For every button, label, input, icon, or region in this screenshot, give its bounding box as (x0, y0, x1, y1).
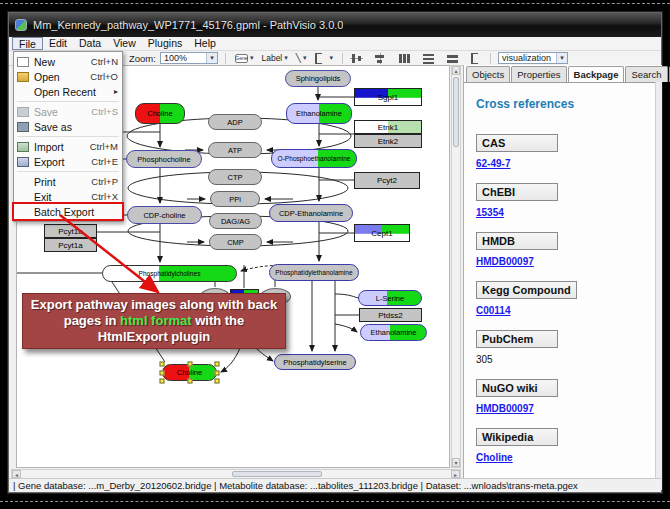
pathway-node-phosphatidylethanolamine[interactable]: Phosphatidylethanolamine (269, 264, 359, 281)
tab-search[interactable]: Search (625, 66, 667, 82)
scroll-down-icon[interactable]: ▾ (452, 458, 460, 467)
selection-handle[interactable] (160, 379, 165, 384)
stack-vertical-icon[interactable] (446, 53, 459, 64)
pathway-node-ppi[interactable]: PPi (210, 191, 260, 207)
pathway-node-cdp-choline[interactable]: CDP-choline (127, 206, 202, 224)
xref-link[interactable]: 62-49-7 (476, 158, 655, 169)
pathway-node-etnk1[interactable]: Etnk1 (354, 120, 422, 134)
selection-handle[interactable] (215, 370, 220, 375)
selection-handle[interactable] (160, 362, 165, 367)
menu-view[interactable]: View (107, 37, 142, 50)
menu-item-label: Batch Export (34, 206, 112, 218)
tab-properties[interactable]: Properties (511, 66, 566, 82)
file-menu-item-print[interactable]: PrintCtrl+P (14, 174, 122, 189)
pathway-node-sgpl1[interactable]: Sgpl1 (354, 88, 422, 106)
connector-tool-button[interactable]: ▾ (312, 52, 335, 64)
file-menu-item-new[interactable]: NewCtrl+N (14, 54, 122, 69)
menu-data[interactable]: Data (73, 37, 107, 50)
pathway-node-cmp[interactable]: CMP (209, 234, 262, 250)
backpage-panel[interactable]: Cross references CAS62-49-7ChEBI15354HMD… (464, 82, 655, 490)
tab-objects[interactable]: Objects (466, 66, 510, 82)
pathway-node-choline[interactable]: Choline (135, 103, 185, 124)
pathway-node-pcyt1b[interactable]: Pcyt1b (44, 224, 97, 238)
file-menu-item-save[interactable]: SaveCtrl+S (14, 104, 122, 119)
file-menu-item-export[interactable]: ExportCtrl+E (14, 154, 122, 169)
xref-link[interactable]: HMDB00097 (476, 403, 655, 414)
menu-shortcut: Ctrl+O (90, 71, 118, 82)
menu-item-label: Exit (34, 191, 85, 203)
xref-section-title: PubChem (476, 330, 558, 348)
xref-section-hmdb: HMDBHMDB00097 (476, 231, 655, 267)
horizontal-scroll-thumb[interactable] (232, 471, 322, 477)
line-tool-button[interactable]: ╲ ▾ (294, 52, 309, 64)
menu-item-label: Export (34, 156, 85, 168)
pathway-node-phosphocholine[interactable]: Phosphocholine (126, 150, 202, 168)
scroll-right-icon[interactable]: ▸ (451, 470, 460, 478)
selection-handle[interactable] (215, 379, 220, 384)
file-menu-item-batch-export[interactable]: Batch Export (14, 204, 122, 219)
pathway-node-o-phosphoethanolamine[interactable]: O-Phosphoethanolamine (271, 149, 357, 168)
file-menu-item-open[interactable]: OpenCtrl+O (14, 69, 122, 84)
align-middle-icon[interactable] (374, 53, 387, 64)
zoom-combobox[interactable]: 100% ▾ (160, 52, 218, 64)
screenshot-stage: Mm_Kennedy_pathway_WP1771_45176.gpml - P… (0, 0, 670, 509)
xref-link[interactable]: 15354 (476, 207, 655, 218)
vertical-scroll-thumb[interactable] (453, 77, 459, 147)
selection-handle[interactable] (187, 362, 192, 367)
visualization-combobox[interactable]: visualization ▾ (498, 52, 568, 64)
chevron-down-icon[interactable]: ▾ (206, 53, 217, 63)
file-menu-item-save-as[interactable]: Save as (14, 119, 122, 134)
pathway-node-sphingolipids[interactable]: Sphingolipids (285, 70, 351, 87)
pathway-node-ctp[interactable]: CTP (208, 169, 262, 185)
selection-handle[interactable] (160, 370, 165, 375)
window-title: Mm_Kennedy_pathway_WP1771_45176.gpml - P… (33, 19, 343, 31)
menu-icon-spacer (17, 87, 29, 97)
align-center-icon[interactable] (350, 53, 363, 64)
xref-section-title: HMDB (476, 232, 558, 250)
menu-shortcut: Ctrl+E (91, 156, 118, 167)
pathway-node-cdp-ethanolamine[interactable]: CDP-Ethanolamine (269, 204, 353, 222)
pathway-node-l-serine[interactable]: L-Serine (358, 290, 422, 306)
canvas-vertical-scrollbar[interactable]: ▴ ▾ (451, 65, 461, 468)
pathway-node-adp[interactable]: ADP (208, 114, 262, 130)
pathway-node-pcyt2[interactable]: Pcyt2 (354, 172, 420, 189)
chevron-down-icon[interactable]: ▾ (556, 53, 567, 63)
pathway-node-atp[interactable]: ATP (208, 142, 262, 158)
align-edge-icon[interactable] (470, 53, 483, 64)
scroll-left-icon[interactable]: ◂ (12, 470, 21, 478)
menu-help[interactable]: Help (188, 37, 222, 50)
distribute-horizontal-icon[interactable] (398, 53, 411, 64)
selection-handle[interactable] (187, 379, 192, 384)
gene-tool-button[interactable]: Gene ▾ (233, 52, 256, 64)
xref-section-nugo-wiki: NuGO wikiHMDB00097 (476, 378, 655, 414)
panel-vertical-scrollbar[interactable] (655, 82, 662, 490)
pathway-node-cept1[interactable]: Cept1 (354, 224, 410, 242)
file-menu: NewCtrl+NOpenCtrl+OOpen Recent▸SaveCtrl+… (13, 51, 123, 222)
pathway-node-ethanolamine[interactable]: Ethanolamine (286, 103, 352, 124)
pathway-node-etnk2[interactable]: Etnk2 (354, 134, 422, 148)
tab-backpage[interactable]: Backpage (568, 66, 625, 82)
pathway-node-phosphatidylcholines[interactable]: Phosphatidylcholines (102, 265, 237, 282)
file-menu-item-open-recent[interactable]: Open Recent▸ (14, 84, 122, 99)
pathway-node-ptdss2[interactable]: Ptdss2 (359, 308, 422, 322)
xref-link[interactable]: HMDB00097 (476, 256, 655, 267)
menu-edit[interactable]: Edit (43, 37, 73, 50)
selection-handle[interactable] (215, 362, 220, 367)
xref-value: 305 (476, 354, 655, 365)
pathway-node-phosphatidylserine[interactable]: Phosphatidylserine (274, 354, 356, 370)
pathway-node-ethanolamine[interactable]: Ethanolamine (360, 324, 427, 341)
xref-link[interactable]: Choline (476, 452, 655, 463)
slide-border-artifact-bottom (0, 501, 670, 502)
label-tool-button[interactable]: Label ▾ (259, 52, 289, 64)
pathway-node-dag-ag[interactable]: DAG/AG (209, 213, 262, 229)
file-menu-item-import[interactable]: ImportCtrl+M (14, 139, 122, 154)
menu-plugins[interactable]: Plugins (142, 37, 188, 50)
menu-item-label: Open (34, 71, 84, 83)
distribute-vertical-icon[interactable] (422, 53, 435, 64)
menu-file[interactable]: File (12, 37, 43, 50)
file-menu-item-exit[interactable]: ExitCtrl+X (14, 189, 122, 204)
scroll-up-icon[interactable]: ▴ (452, 66, 460, 75)
xref-link[interactable]: C00114 (476, 305, 655, 316)
pathway-node-pcyt1a[interactable]: Pcyt1a (44, 238, 97, 252)
title-bar[interactable]: Mm_Kennedy_pathway_WP1771_45176.gpml - P… (9, 13, 661, 37)
